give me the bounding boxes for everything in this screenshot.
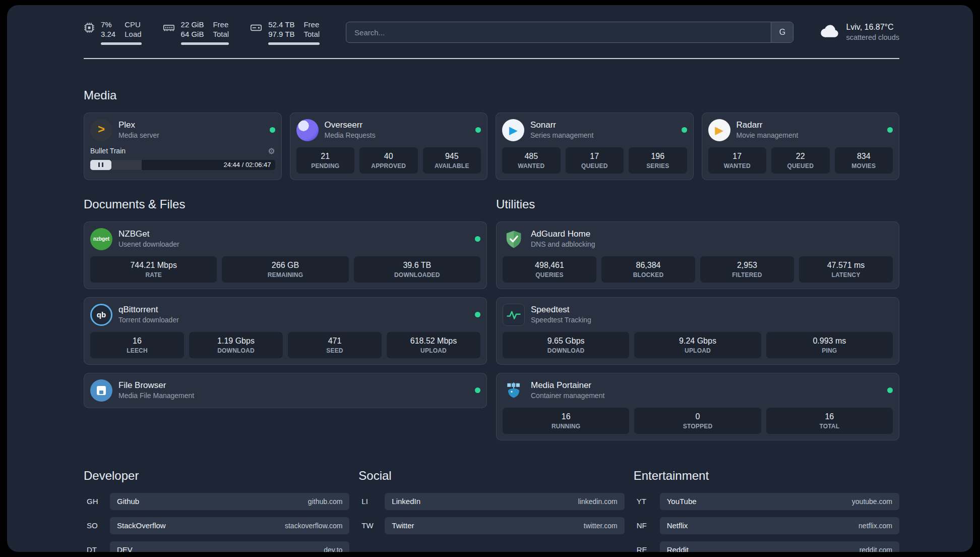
- top-bar: 7% 3.24 CPU Load: [84, 20, 899, 45]
- bookmark-twitter[interactable]: TW Twitter twitter.com: [358, 517, 624, 534]
- search-input[interactable]: [346, 22, 793, 43]
- stat-value: 47.571 ms: [800, 261, 892, 270]
- stat-value: 16: [91, 337, 183, 346]
- stat-value: 17: [709, 152, 766, 161]
- playback-progress-bar[interactable]: 24:44 / 02:06:47: [90, 160, 275, 170]
- bookmark-domain: dev.to: [324, 546, 342, 552]
- bookmark-abbr: YT: [634, 497, 660, 506]
- bookmark-name: YouTube: [667, 497, 697, 506]
- bookmark-domain: twitter.com: [584, 522, 618, 530]
- service-stats: 16 RUNNING 0 STOPPED 16 TOTAL: [503, 408, 893, 434]
- stat-label: SEED: [289, 347, 381, 354]
- stat-value: 17: [567, 152, 623, 161]
- service-link-nzbget[interactable]: nzbget NZBGet Usenet downloader: [90, 228, 480, 250]
- stat-tile: 834 MOVIES: [835, 147, 893, 174]
- service-stats: 498,461 QUERIES 86,384 BLOCKED 2,953 FIL…: [503, 256, 893, 283]
- bookmark-abbr: SO: [84, 521, 110, 530]
- service-card-portainer: Media Portainer Container management 16 …: [496, 373, 899, 440]
- stat-label: REMAINING: [223, 271, 347, 278]
- service-link-speedtest[interactable]: Speedtest Speedtest Tracking: [503, 304, 893, 326]
- bookmark-name: StackOverflow: [117, 521, 166, 530]
- progress-fill: [111, 160, 142, 170]
- service-link-portainer[interactable]: Media Portainer Container management: [503, 379, 893, 402]
- total-label: Total: [303, 30, 320, 39]
- stat-tile: 16 TOTAL: [766, 408, 893, 434]
- stat-value: 86,384: [602, 261, 694, 270]
- stat-label: LATENCY: [800, 271, 892, 278]
- free-label: Free: [303, 20, 320, 30]
- service-subtitle: Series management: [530, 131, 593, 140]
- bookmark-name: Twitter: [392, 521, 414, 530]
- media-grid: > Plex Media server Bullet Train ⚙ 24:44…: [84, 113, 899, 180]
- bookmark-abbr: DT: [84, 545, 110, 552]
- stat-label: QUEUED: [567, 162, 623, 170]
- service-link-adguard[interactable]: AdGuard Home DNS and adblocking: [503, 228, 893, 250]
- bookmark-domain: youtube.com: [852, 497, 892, 506]
- cpu-label: CPU: [125, 20, 141, 30]
- stat-label: FILTERED: [701, 271, 793, 278]
- stat-label: WANTED: [503, 162, 560, 170]
- bookmark-dev[interactable]: DT DEV dev.to: [84, 541, 349, 552]
- memory-meter-bar: [181, 42, 229, 45]
- stat-tile: 266 GB REMAINING: [222, 256, 348, 283]
- bookmark-linkedin[interactable]: LI LinkedIn linkedin.com: [358, 493, 624, 510]
- bookmark-group-title: Entertainment: [634, 469, 899, 483]
- pause-button[interactable]: [90, 160, 111, 170]
- service-link-qbittorrent[interactable]: qb qBittorrent Torrent downloader: [90, 304, 480, 326]
- cpu-labels: CPU Load: [125, 20, 141, 39]
- bookmark-github[interactable]: GH Github github.com: [84, 493, 349, 510]
- service-link-filebrowser[interactable]: File Browser Media File Management: [90, 379, 480, 402]
- disk-free-value: 52.4 TB: [268, 20, 294, 30]
- plex-icon: >: [90, 119, 112, 141]
- stat-tile: 16 LEECH: [90, 332, 184, 358]
- disk-meter-bar: [268, 42, 320, 45]
- stat-label: QUERIES: [504, 271, 595, 278]
- service-link-radarr[interactable]: ▶ Radarr Movie management: [708, 119, 893, 141]
- stat-value: 21: [297, 152, 354, 161]
- service-card-overseerr: Overseerr Media Requests 21 PENDING 40 A…: [290, 113, 488, 180]
- service-name: Overseerr: [325, 120, 376, 130]
- service-stats: 17 WANTED 22 QUEUED 834 MOVIES: [708, 147, 893, 174]
- memory-values: 22 GiB 64 GiB: [181, 20, 204, 39]
- stat-label: DOWNLOADED: [355, 271, 479, 278]
- bookmark-abbr: TW: [358, 521, 385, 530]
- service-stats: 16 LEECH 1.19 Gbps DOWNLOAD 471 SEED 618…: [90, 332, 480, 358]
- stat-value: 39.6 TB: [355, 261, 479, 270]
- service-link-overseerr[interactable]: Overseerr Media Requests: [296, 119, 481, 141]
- cpu-load-value: 3.24: [101, 30, 115, 39]
- bookmark-name: Github: [117, 497, 139, 506]
- status-dot-online: [887, 127, 893, 133]
- stat-value: 0.993 ms: [767, 337, 892, 346]
- stat-label: DOWNLOAD: [504, 347, 628, 354]
- now-playing-title: Bullet Train: [90, 147, 126, 155]
- portainer-icon: [503, 379, 525, 402]
- plex-now-playing: Bullet Train ⚙ 24:44 / 02:06:47: [90, 146, 275, 170]
- section-title-utilities: Utilities: [496, 197, 899, 211]
- bookmark-stackoverflow[interactable]: SO StackOverflow stackoverflow.com: [84, 517, 349, 534]
- bookmark-reddit[interactable]: RE Reddit reddit.com: [634, 541, 899, 552]
- stat-label: BLOCKED: [602, 271, 694, 278]
- service-card-adguard: AdGuard Home DNS and adblocking 498,461 …: [496, 221, 899, 289]
- stat-label: RATE: [91, 271, 216, 278]
- bookmark-youtube[interactable]: YT YouTube youtube.com: [634, 493, 899, 510]
- adguard-icon: [503, 228, 525, 250]
- service-link-sonarr[interactable]: ▶ Sonarr Series management: [502, 119, 687, 141]
- bookmark-domain: github.com: [308, 497, 342, 506]
- bookmark-group-title: Developer: [84, 469, 349, 483]
- stat-label: RUNNING: [504, 423, 628, 430]
- bookmark-domain: netflix.com: [859, 522, 892, 530]
- bookmark-netflix[interactable]: NF Netflix netflix.com: [634, 517, 899, 534]
- service-link-plex[interactable]: > Plex Media server: [90, 119, 275, 141]
- bookmark-group-entertainment: Entertainment YT YouTube youtube.com NF …: [634, 469, 899, 552]
- nzbget-icon: nzbget: [90, 228, 112, 250]
- search-provider-button[interactable]: G: [771, 22, 793, 42]
- gear-icon[interactable]: ⚙: [268, 146, 275, 156]
- stat-tile: 0.993 ms PING: [766, 332, 893, 358]
- service-subtitle: Media File Management: [118, 392, 194, 401]
- stat-value: 618.52 Mbps: [388, 337, 479, 346]
- bookmark-name: LinkedIn: [392, 497, 420, 506]
- stat-tile: 16 RUNNING: [503, 408, 629, 434]
- stat-value: 498,461: [504, 261, 595, 270]
- free-label: Free: [213, 20, 229, 30]
- stat-tile: 40 APPROVED: [359, 147, 418, 174]
